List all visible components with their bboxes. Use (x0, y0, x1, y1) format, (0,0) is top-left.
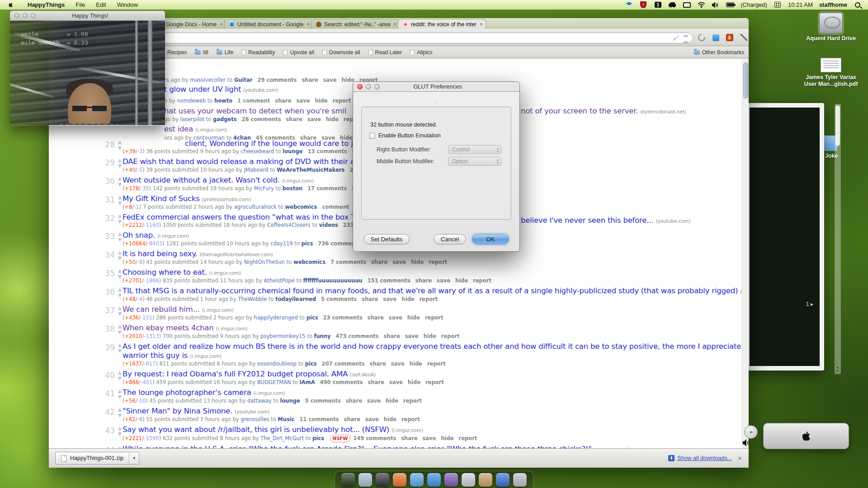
entry-link[interactable]: share (415, 277, 432, 284)
edge-scrollbar-arrows[interactable]: ▲▼ (835, 366, 840, 373)
entry-link[interactable]: share (362, 296, 378, 302)
entry-link[interactable]: report (425, 379, 444, 385)
entry-link[interactable]: report (427, 361, 446, 367)
post-title-link[interactable]: hat uses your webcam to detect when you'… (164, 107, 346, 115)
bookmark-allpics[interactable]: Allpics (406, 47, 437, 58)
display-icon[interactable] (683, 1, 691, 9)
entry-link[interactable]: 207 comments (322, 361, 365, 367)
entry-link[interactable]: save (392, 259, 406, 265)
upvote-arrow[interactable]: ▲ (117, 305, 123, 311)
tab-4[interactable]: reddit: the voice of the inter✕ (398, 19, 486, 29)
menu-file[interactable]: File (70, 0, 90, 10)
subreddit-link[interactable]: todayilearned (275, 296, 316, 302)
downvote-arrow[interactable]: ▼ (117, 311, 123, 317)
bookmark-downvote-all[interactable]: Downvote all (318, 47, 364, 58)
entry-link[interactable]: 11 comments (300, 416, 339, 422)
upvote-arrow[interactable]: ▲ (117, 139, 123, 145)
dialog-titlebar[interactable]: GLUT Preferences (353, 82, 519, 92)
subreddit-link[interactable]: Music (278, 416, 294, 422)
entry-link[interactable]: share (302, 77, 318, 83)
post-title-link[interactable]: Choosing where to eat. (123, 268, 207, 277)
extension-sync-icon[interactable] (696, 32, 707, 43)
entry-link[interactable]: share (371, 259, 387, 265)
entry-link[interactable]: hide (384, 416, 396, 422)
entry-link[interactable]: hide (441, 435, 453, 441)
post-title-link[interactable]: "Sinner Man" by Nina Simone. (123, 407, 232, 415)
entry-link[interactable]: 151 comments (368, 277, 410, 284)
entry-link[interactable]: save (437, 277, 450, 284)
menu-app-name[interactable]: HappyThings (22, 0, 70, 10)
entry-link[interactable]: share (370, 361, 386, 367)
dock-app-firefox[interactable] (393, 473, 406, 487)
upvote-arrow[interactable]: ▲ (117, 231, 123, 237)
subreddit-link[interactable]: videos (319, 222, 338, 228)
wifi-icon[interactable] (697, 1, 705, 9)
author-link[interactable]: grenouilles (241, 416, 269, 422)
bookmark-read-later[interactable]: Read Later (364, 47, 406, 58)
webcam-window-titlebar[interactable]: Happy Things! (10, 11, 165, 21)
dock-app-8[interactable] (462, 473, 475, 487)
entry-link[interactable]: save (365, 416, 379, 422)
downvote-arrow[interactable]: ▼ (117, 255, 123, 261)
entry-link[interactable]: save (405, 333, 419, 339)
author-link[interactable]: nomdeweb (177, 98, 206, 104)
subreddit-link[interactable]: lounge (280, 398, 300, 404)
author-link[interactable]: cday119 (270, 240, 292, 247)
entry-link[interactable]: share (368, 379, 384, 385)
subreddit-link[interactable]: boston (283, 185, 303, 192)
entry-link[interactable]: comment (322, 204, 349, 210)
upvote-arrow[interactable]: ▲ (117, 445, 123, 448)
tab-close-icon[interactable]: ✕ (393, 22, 397, 27)
upvote-arrow[interactable]: ▲ (117, 213, 123, 219)
post-title-link[interactable]: TIL that MSG is a naturally-occurring ch… (123, 286, 738, 295)
download-item-menu[interactable]: ▼ (129, 452, 139, 464)
entry-link[interactable]: hide (401, 296, 414, 302)
upvote-arrow[interactable]: ▲ (117, 194, 123, 200)
entry-link[interactable]: hide (407, 314, 420, 321)
entry-link[interactable]: 7 comments (330, 259, 366, 265)
entry-link[interactable]: save (423, 435, 436, 441)
cancel-button[interactable]: Cancel (434, 234, 466, 244)
entry-link[interactable]: hide (411, 259, 424, 265)
subreddit-link[interactable]: WeAreTheMusicMakers (277, 167, 344, 173)
entry-link[interactable]: save (389, 379, 403, 385)
subreddit-link[interactable]: webcomics (293, 259, 326, 265)
post-title-link[interactable]: We can rebuild him... (123, 305, 200, 314)
entry-link[interactable]: hide (424, 333, 436, 339)
dock-app-archive[interactable] (479, 473, 492, 487)
author-link[interactable]: TheWobble (238, 296, 267, 302)
entry-link[interactable]: report (401, 416, 420, 422)
post-title-link[interactable]: The lounge photographer's camera (123, 388, 251, 397)
post-title-link[interactable]: not of your screen to the server. (521, 107, 638, 115)
entry-link[interactable]: report (419, 296, 438, 302)
post-title-link[interactable]: client, Wondering if the lounge would ca… (185, 139, 364, 148)
adblock-icon[interactable]: ✋ (724, 32, 735, 43)
downvote-arrow[interactable]: ▼ (117, 237, 123, 243)
entry-link[interactable]: report (429, 259, 447, 265)
entry-link[interactable]: report (441, 333, 460, 339)
downvote-arrow[interactable]: ▼ (117, 329, 123, 335)
author-link[interactable]: NightOnTheSun (244, 259, 285, 265)
menu-edit[interactable]: Edit (90, 0, 111, 10)
entry-link[interactable]: 26 comments (241, 116, 281, 122)
binoculars-icon[interactable] (668, 1, 676, 9)
entry-link[interactable]: report (333, 98, 351, 104)
scrollbar-thumb[interactable] (743, 62, 748, 99)
entry-link[interactable]: 473 comments (335, 333, 378, 339)
dock-app-chrome[interactable] (410, 473, 424, 487)
subreddit-link[interactable]: fffffffuuuuuuuuuuuu (303, 277, 363, 284)
author-link[interactable]: dattaway (247, 398, 272, 404)
dropbox-icon[interactable] (625, 1, 633, 9)
ok-button[interactable]: OK (472, 234, 509, 244)
upvote-arrow[interactable]: ▲ (117, 370, 123, 375)
dock-app-1[interactable] (341, 473, 355, 487)
downvote-arrow[interactable]: ▼ (117, 375, 123, 381)
upvote-arrow[interactable]: ▲ (117, 342, 123, 348)
author-link[interactable]: essendoubleop (257, 361, 297, 367)
entry-link[interactable]: 17 comments (307, 185, 347, 192)
entry-link[interactable]: save (367, 398, 381, 404)
entry-link[interactable]: share (401, 435, 417, 441)
entry-link[interactable]: hide (342, 77, 354, 83)
entry-link[interactable]: share (286, 116, 302, 122)
upvote-arrow[interactable]: ▲ (117, 388, 123, 394)
